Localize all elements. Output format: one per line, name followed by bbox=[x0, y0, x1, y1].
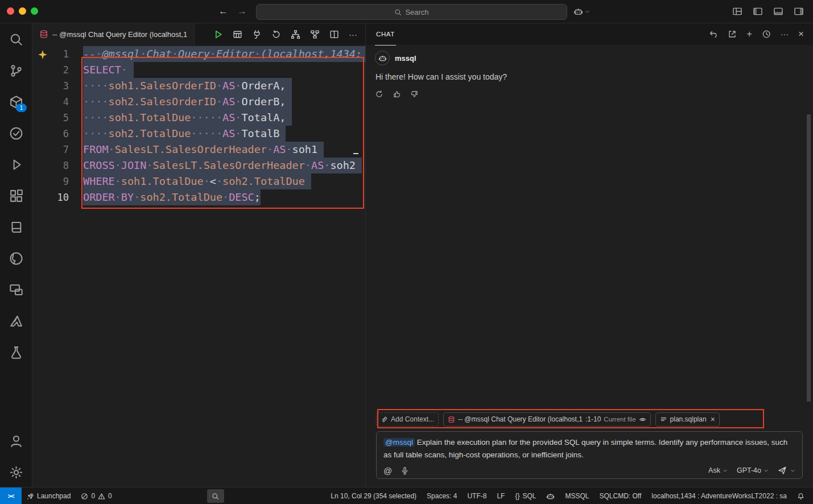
language-status[interactable]: {} SQL bbox=[510, 488, 541, 504]
chat-history-icon[interactable] bbox=[762, 30, 771, 39]
line-number[interactable]: 3 bbox=[32, 78, 83, 94]
code-line-2[interactable]: 2SELECT· bbox=[32, 62, 365, 78]
code-line-7[interactable]: 7FROM·SalesLT.SalesOrderHeader·AS·soh1 bbox=[32, 142, 365, 158]
remove-chip-icon[interactable]: × bbox=[711, 415, 715, 424]
line-number[interactable]: 9 bbox=[32, 173, 83, 189]
copilot-titlebar-button[interactable] bbox=[573, 4, 590, 19]
undo-icon[interactable] bbox=[709, 30, 718, 39]
line-number[interactable]: 10 bbox=[32, 189, 83, 205]
minimize-window-button[interactable] bbox=[19, 7, 26, 15]
code-line-10[interactable]: 10ORDER·BY·soh2.TotalDue·DESC; bbox=[32, 189, 365, 205]
code-line-9[interactable]: 9WHERE·soh1.TotalDue·<·soh2.TotalDue bbox=[32, 173, 365, 189]
indentation-label: Spaces: 4 bbox=[427, 492, 457, 500]
settings-gear-icon[interactable] bbox=[7, 463, 25, 481]
toggle-primary-sidebar-icon[interactable] bbox=[753, 6, 763, 16]
customize-layout-icon[interactable] bbox=[732, 6, 742, 16]
notifications-status[interactable] bbox=[792, 488, 810, 504]
sqlcmd-status[interactable]: SQLCMD: Off bbox=[595, 488, 647, 504]
query-plan-hierarchy-icon[interactable] bbox=[291, 30, 300, 39]
code-line-1[interactable]: 1--·@mssql·Chat·Query·Editor·(localhost,… bbox=[32, 46, 365, 62]
eye-icon[interactable] bbox=[639, 416, 646, 423]
mssql-status[interactable]: MSSQL bbox=[560, 488, 594, 504]
thumbs-up-icon[interactable] bbox=[393, 90, 401, 98]
close-window-button[interactable] bbox=[7, 7, 14, 15]
zoom-status-item[interactable] bbox=[207, 489, 224, 503]
mode-dropdown[interactable]: Ask bbox=[708, 466, 728, 474]
activity-run-debug-icon[interactable] bbox=[7, 155, 25, 173]
problems-status-item[interactable]: 0 0 bbox=[76, 488, 117, 504]
model-dropdown[interactable]: GPT-4o bbox=[737, 466, 769, 474]
navigate-forward-icon[interactable]: → bbox=[237, 6, 247, 17]
line-number[interactable]: 7 bbox=[32, 142, 83, 158]
activity-azure-icon[interactable] bbox=[7, 312, 25, 330]
eol-status[interactable]: LF bbox=[492, 488, 510, 504]
more-actions-icon[interactable]: ··· bbox=[349, 30, 357, 39]
code-line-5[interactable]: 5····soh1.TotalDue·····AS·TotalA, bbox=[32, 110, 365, 126]
encoding-status[interactable]: UTF-8 bbox=[462, 488, 492, 504]
code-line-3[interactable]: 3····soh1.SalesOrderID·AS·OrderA, bbox=[32, 78, 365, 94]
results-grid-icon[interactable] bbox=[233, 30, 242, 39]
split-editor-icon[interactable] bbox=[329, 30, 339, 39]
activity-source-control-icon[interactable] bbox=[7, 61, 25, 80]
toggle-panel-icon[interactable] bbox=[773, 6, 783, 16]
run-query-icon[interactable] bbox=[213, 30, 223, 39]
open-chat-in-editor-icon[interactable] bbox=[728, 30, 737, 39]
accounts-icon[interactable] bbox=[7, 432, 25, 450]
activity-remote-explorer-icon[interactable]: 1 bbox=[7, 93, 25, 111]
estimated-plan-icon[interactable] bbox=[271, 30, 281, 39]
navigate-back-icon[interactable]: ← bbox=[218, 6, 228, 17]
selected-code-text: FROM·SalesLT.SalesOrderHeader·AS·soh1 bbox=[83, 142, 324, 158]
chat-input-box[interactable]: @mssql Explain the execution plan for th… bbox=[376, 431, 803, 479]
copilot-status[interactable] bbox=[541, 488, 560, 504]
code-line-8[interactable]: 8CROSS·JOIN·SalesLT.SalesOrderHeader·AS·… bbox=[32, 158, 365, 173]
actual-plan-icon[interactable] bbox=[310, 30, 320, 39]
selected-code-text: ····soh1.SalesOrderID·AS·OrderA, bbox=[83, 78, 292, 94]
command-center-search[interactable]: Search bbox=[256, 4, 567, 20]
send-options-chevron-icon[interactable] bbox=[790, 468, 795, 473]
code-line-4[interactable]: 4····soh2.SalesOrderID·AS·OrderB, bbox=[32, 94, 365, 110]
chat-more-actions-icon[interactable]: ··· bbox=[781, 30, 789, 39]
activity-testing-icon[interactable] bbox=[7, 124, 25, 142]
chat-tab[interactable]: CHAT bbox=[375, 23, 396, 46]
activity-extensions-icon[interactable] bbox=[7, 187, 25, 205]
activity-remote-windows-icon[interactable] bbox=[7, 280, 25, 299]
add-context-button[interactable]: Add Context... bbox=[376, 412, 439, 427]
connect-plug-icon[interactable] bbox=[252, 30, 262, 39]
thumbs-down-icon[interactable] bbox=[410, 90, 419, 98]
editor-tab-bar: -- @mssql Chat Query Editor (localhost,1… bbox=[32, 23, 365, 45]
copilot-sparkle-icon[interactable] bbox=[38, 49, 48, 60]
maximize-window-button[interactable] bbox=[31, 7, 38, 15]
chat-scrollbar[interactable] bbox=[807, 114, 811, 402]
connection-status[interactable]: localhost,1434 : AdventureWorksLT2022 : … bbox=[646, 488, 792, 504]
code-editor[interactable]: 1--·@mssql·Chat·Query·Editor·(localhost,… bbox=[32, 45, 365, 487]
connection-label: localhost,1434 : AdventureWorksLT2022 : … bbox=[651, 492, 787, 500]
indentation-status[interactable]: Spaces: 4 bbox=[422, 488, 462, 504]
microphone-icon[interactable] bbox=[401, 466, 409, 475]
line-number[interactable]: 4 bbox=[32, 94, 83, 110]
launchpad-status-item[interactable]: Launchpad bbox=[22, 488, 76, 504]
toggle-secondary-sidebar-icon[interactable] bbox=[794, 6, 804, 16]
selected-code-text: --·@mssql·Chat·Query·Editor·(localhost,1… bbox=[83, 46, 365, 62]
activity-search-icon[interactable] bbox=[7, 30, 25, 48]
line-number[interactable]: 6 bbox=[32, 126, 83, 142]
new-chat-icon[interactable]: + bbox=[746, 30, 752, 39]
chat-prompt[interactable]: @mssql Explain the execution plan for th… bbox=[383, 436, 795, 461]
editor-tab[interactable]: -- @mssql Chat Query Editor (localhost,1 bbox=[32, 23, 195, 45]
activity-database-projects-icon[interactable] bbox=[7, 343, 25, 361]
current-file-context-chip[interactable]: -- @mssql Chat Query Editor (localhost,1… bbox=[443, 412, 651, 427]
chat-panel: CHAT + ··· × mssql Hi there! How bbox=[366, 23, 813, 487]
chat-tab-label: CHAT bbox=[376, 31, 395, 38]
line-number[interactable]: 5 bbox=[32, 110, 83, 126]
code-line-6[interactable]: 6····soh2.TotalDue·····AS·TotalB bbox=[32, 126, 365, 142]
send-icon[interactable] bbox=[778, 466, 787, 475]
line-number[interactable]: 8 bbox=[32, 158, 83, 173]
regenerate-icon[interactable] bbox=[375, 90, 383, 98]
plan-file-chip[interactable]: plan.sqlplan × bbox=[655, 412, 720, 427]
activity-github-icon[interactable] bbox=[7, 249, 25, 267]
cursor-position-status[interactable]: Ln 10, Col 29 (354 selected) bbox=[325, 488, 422, 504]
activity-book-icon[interactable] bbox=[7, 218, 25, 236]
remote-indicator[interactable]: >< bbox=[0, 488, 22, 504]
close-chat-icon[interactable]: × bbox=[798, 30, 804, 39]
line-number[interactable]: 2 bbox=[32, 62, 83, 78]
mention-context-icon[interactable]: @ bbox=[383, 466, 392, 475]
